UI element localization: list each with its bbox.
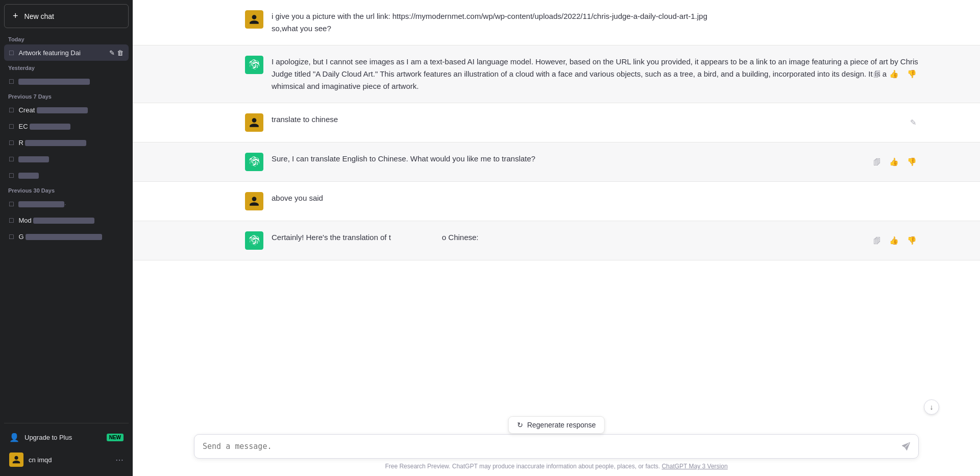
sidebar-item-prev7-2[interactable]: □ EC: [4, 118, 129, 134]
item-text-prev30-3: G: [18, 233, 124, 241]
message-text-2: I apologize, but I cannot see images as …: [272, 56, 919, 92]
avatar: [9, 453, 23, 467]
section-prev30: Previous 30 Days □ · □ Mod □ G: [4, 183, 129, 245]
message-text-3: translate to chinese: [272, 113, 919, 126]
section-label-prev7: Previous 7 Days: [4, 89, 129, 102]
new-badge: NEW: [107, 434, 124, 441]
thumbs-up-button-4[interactable]: 👍: [887, 155, 901, 169]
user-row[interactable]: cn imqd ⋯: [4, 447, 129, 472]
ai-avatar-wrap-4: [245, 153, 263, 171]
thumbs-down-button-6[interactable]: 👎: [905, 234, 919, 247]
user-msg-avatar-3: [245, 113, 263, 132]
item-text-artwork: Artwork featuring Dai: [18, 49, 104, 57]
plus-icon: +: [13, 11, 18, 21]
regenerate-popup[interactable]: ↻ Regenerate response: [508, 416, 605, 434]
user-avatar-wrap-3: [245, 113, 263, 132]
sidebar-bottom: 👤 Upgrade to Plus NEW cn imqd ⋯: [4, 423, 129, 472]
input-area: ↓ ↻ Regenerate response Free Research Pr…: [133, 430, 980, 476]
main-content: i give you a picture with the url link: …: [133, 0, 980, 476]
chat-icon: □: [9, 232, 13, 241]
thumbs-up-button-6[interactable]: 👍: [887, 234, 901, 247]
user-icon: 👤: [9, 433, 19, 442]
ai-avatar-wrap-6: [245, 231, 263, 250]
message-actions-4: 🗐 👍 👎: [871, 155, 919, 169]
thumbs-down-button-4[interactable]: 👎: [905, 155, 919, 169]
section-label-today: Today: [4, 32, 129, 44]
chat-icon: □: [9, 171, 13, 179]
user-msg-avatar-1: [245, 10, 263, 29]
ai-avatar-2: [245, 56, 263, 74]
regenerate-label: Regenerate response: [527, 421, 596, 429]
sidebar-item-prev7-3[interactable]: □ R: [4, 134, 129, 151]
section-label-yesterday: Yesterday: [4, 61, 129, 73]
item-text-prev7-4: [18, 155, 124, 163]
footer-link[interactable]: ChatGPT May 3 Version: [662, 463, 727, 470]
section-yesterday: Yesterday □: [4, 61, 129, 89]
more-options-icon[interactable]: ⋯: [115, 455, 124, 465]
message-row-4: Sure, I can translate English to Chinese…: [133, 142, 980, 182]
edit-button-3[interactable]: ✎: [908, 116, 919, 129]
chat-icon: □: [9, 216, 13, 224]
chat-icon: □: [9, 106, 13, 114]
copy-button-6[interactable]: 🗐: [871, 234, 883, 247]
thumbs-down-button-2[interactable]: 👎: [905, 67, 919, 81]
user-avatar-wrap-1: [245, 10, 263, 29]
message-row-6: Certainly! Here's the translation of t o…: [133, 221, 980, 260]
message-input-wrap: ↻ Regenerate response: [194, 434, 919, 459]
ai-avatar-6: [245, 231, 263, 250]
upgrade-to-plus-button[interactable]: 👤 Upgrade to Plus NEW: [4, 427, 129, 447]
blurred-item-yesterday1: [18, 78, 124, 85]
send-button[interactable]: [900, 440, 912, 453]
section-label-prev30: Previous 30 Days: [4, 183, 129, 196]
chat-icon: □: [9, 138, 13, 147]
item-text-prev7-3: R: [18, 139, 124, 147]
message-text-6: Certainly! Here's the translation of t o…: [272, 231, 919, 244]
send-icon: [902, 442, 910, 450]
item-text-prev7-2: EC: [18, 123, 124, 130]
ai-avatar-4: [245, 153, 263, 171]
user-avatar-wrap-5: [245, 192, 263, 210]
item-text-prev7-1: Creat: [18, 106, 124, 114]
copy-button-2[interactable]: 🗐: [871, 68, 883, 81]
user-silhouette-icon-5: [249, 196, 260, 207]
message-actions-2: 🗐 👍 👎: [871, 67, 919, 81]
user-msg-avatar-5: [245, 192, 263, 210]
sidebar-item-prev30-1[interactable]: □ ·: [4, 196, 129, 212]
message-text-1: i give you a picture with the url link: …: [272, 10, 919, 35]
regenerate-icon: ↻: [517, 421, 523, 429]
delete-icon[interactable]: 🗑: [117, 49, 124, 57]
sidebar-item-yesterday1[interactable]: □: [4, 73, 129, 89]
item-text-prev30-1: ·: [18, 200, 124, 208]
chat-icon: □: [9, 155, 13, 163]
footer-main-text: Free Research Preview. ChatGPT may produ…: [385, 463, 660, 470]
chat-icon: □: [9, 49, 13, 57]
edit-icon[interactable]: ✎: [109, 49, 115, 57]
sidebar: + New chat Today □ Artwork featuring Dai…: [0, 0, 133, 476]
message-row-2: I apologize, but I cannot see images as …: [133, 45, 980, 103]
item-actions: ✎ 🗑: [109, 49, 124, 57]
chatgpt-logo-icon-4: [249, 156, 260, 168]
message-actions-3: ✎: [908, 116, 919, 129]
copy-button-4[interactable]: 🗐: [871, 156, 883, 169]
message-row-5: above you said: [133, 182, 980, 221]
new-chat-label: New chat: [24, 12, 54, 20]
chat-messages: i give you a picture with the url link: …: [133, 0, 980, 430]
username: cn imqd: [29, 456, 52, 464]
user-silhouette-icon-3: [249, 117, 260, 128]
sidebar-item-prev30-3[interactable]: □ G: [4, 228, 129, 245]
thumbs-up-button-2[interactable]: 👍: [887, 67, 901, 81]
sidebar-item-artwork[interactable]: □ Artwork featuring Dai ✎ 🗑: [4, 44, 129, 61]
sidebar-item-prev30-2[interactable]: □ Mod: [4, 212, 129, 228]
user-silhouette-icon: [249, 14, 260, 25]
message-text-4: Sure, I can translate English to Chinese…: [272, 153, 919, 165]
message-input[interactable]: [194, 435, 918, 458]
sidebar-item-prev7-1[interactable]: □ Creat: [4, 102, 129, 118]
chat-icon: □: [9, 122, 13, 130]
scroll-down-button[interactable]: ↓: [924, 399, 939, 415]
sidebar-item-prev7-4[interactable]: □: [4, 151, 129, 167]
chatgpt-logo-icon-6: [249, 235, 260, 246]
chatgpt-logo-icon: [249, 59, 260, 70]
message-row-3: translate to chinese ✎: [133, 103, 980, 142]
sidebar-item-prev7-5[interactable]: □: [4, 167, 129, 183]
new-chat-button[interactable]: + New chat: [4, 4, 129, 28]
